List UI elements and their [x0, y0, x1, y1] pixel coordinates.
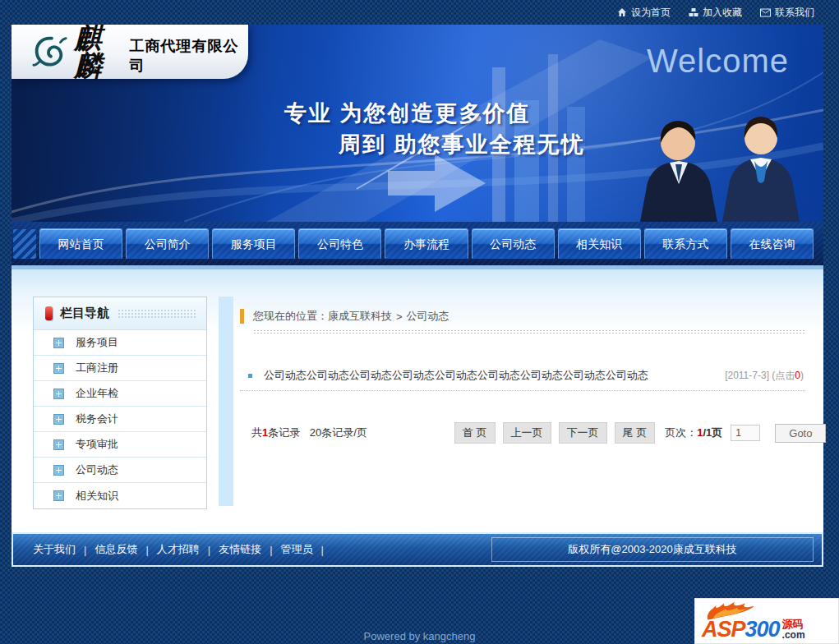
plus-icon [53, 389, 64, 399]
footer-link-about[interactable]: 关于我们 [33, 542, 76, 557]
news-dotted-divider [240, 390, 805, 391]
nav-stripe-decoration [13, 229, 36, 259]
nav-item-services[interactable]: 服务项目 [212, 228, 295, 260]
page-indicator: 页次：1/1页 [665, 426, 722, 440]
breadcrumb: 您现在的位置： 康成互联科技 > 公司动态 [240, 307, 805, 325]
breadcrumb-separator: > [396, 310, 403, 323]
page-container: 麒麟 工商代理有限公司 Welcome 专业 为您创造更多价值 周到 助您事业全… [12, 25, 823, 567]
sidebar-item-special-approval[interactable]: 专项审批 [34, 432, 206, 458]
copyright-text: 版权所有@2003-2020康成互联科技 [491, 537, 814, 562]
total-pages: /1页 [703, 426, 722, 439]
sidebar-dots-decoration [118, 309, 196, 318]
footer-link-recruitment[interactable]: 人才招聘 [157, 542, 200, 557]
main-navigation: 网站首页 公司简介 服务项目 公司特色 办事流程 公司动态 相关知识 联系方式 … [12, 222, 823, 265]
plus-icon [53, 490, 64, 501]
brand-name: 麒麟 [74, 25, 127, 80]
slogan-line-2: 周到 助您事业全程无忧 [339, 130, 585, 159]
goto-button[interactable]: Goto [775, 424, 826, 443]
add-favorite-link[interactable]: 加入收藏 [689, 6, 742, 20]
welcome-text: Welcome [647, 43, 789, 80]
top-utility-bar: 设为首页 加入收藏 联系我们 [0, 0, 839, 25]
news-clicks-close: ) [800, 370, 804, 381]
contact-us-link[interactable]: 联系我们 [760, 6, 814, 20]
sidebar-divider-strip [219, 297, 233, 506]
bullet-icon [248, 374, 252, 378]
next-page-button[interactable]: 下一页 [559, 422, 607, 444]
red-marker-icon [45, 306, 53, 320]
prev-page-button[interactable]: 上一页 [503, 422, 551, 444]
footer-link-friend-links[interactable]: 友情链接 [219, 542, 261, 557]
nav-item-knowledge[interactable]: 相关知识 [558, 228, 641, 260]
plus-icon [53, 465, 64, 476]
footer-bar: 关于我们 | 信息反馈 | 人才招聘 | 友情链接 | 管理员 | 版权所有@2… [12, 532, 823, 567]
sidebar-item-tax-accounting[interactable]: 税务会计 [34, 407, 206, 432]
asp300-logo-text: ASP300 源码 .com [702, 619, 805, 641]
content-area: 栏目导航 服务项目 工商注册 企业年检 税务会计 专项审批 [12, 269, 823, 532]
news-clicks-count: 0 [795, 370, 800, 381]
nav-item-process[interactable]: 办事流程 [385, 228, 468, 260]
record-summary: 共1条记录 20条记录/页 [251, 426, 367, 440]
sidebar-item-company-news[interactable]: 公司动态 [34, 458, 206, 483]
last-page-button[interactable]: 尾 页 [615, 422, 656, 444]
add-favorite-label: 加入收藏 [703, 6, 742, 20]
footer-link-feedback[interactable]: 信息反馈 [95, 542, 137, 557]
news-clicks-open: (点击 [772, 370, 795, 381]
footer-link-admin[interactable]: 管理员 [281, 542, 313, 557]
set-home-link[interactable]: 设为首页 [617, 6, 671, 20]
news-meta: [2011-7-3] (点击0) [725, 369, 804, 383]
favorites-icon [689, 7, 698, 17]
goto-page-input[interactable] [731, 425, 760, 441]
main-panel: 您现在的位置： 康成互联科技 > 公司动态 公司动态公司动态公司动态公司动态公司… [240, 269, 805, 444]
mail-icon [760, 8, 771, 17]
plus-icon [53, 363, 64, 374]
sidebar-item-services[interactable]: 服务项目 [34, 330, 206, 356]
first-page-button[interactable]: 首 页 [454, 422, 496, 444]
breadcrumb-site-link[interactable]: 康成互联科技 [328, 310, 392, 322]
sidebar-item-business-registration[interactable]: 工商注册 [34, 356, 206, 381]
footer-links: 关于我们 | 信息反馈 | 人才招聘 | 友情链接 | 管理员 | [33, 542, 324, 557]
header-banner: 麒麟 工商代理有限公司 Welcome 专业 为您创造更多价值 周到 助您事业全… [12, 25, 823, 222]
plus-icon [53, 414, 64, 425]
nav-item-home[interactable]: 网站首页 [39, 228, 122, 260]
orange-marker-icon [240, 309, 244, 324]
pagination-bar: 共1条记录 20条记录/页 首 页 上一页 下一页 尾 页 页次：1/1页 Go… [240, 422, 805, 444]
contact-us-label: 联系我们 [775, 6, 814, 20]
sidebar-header: 栏目导航 [34, 297, 206, 330]
breadcrumb-current-link[interactable]: 公司动态 [407, 310, 449, 322]
nav-item-online-consult[interactable]: 在线咨询 [731, 228, 814, 260]
sidebar: 栏目导航 服务项目 工商注册 企业年检 税务会计 专项审批 [33, 297, 207, 509]
sidebar-item-knowledge[interactable]: 相关知识 [34, 483, 206, 508]
nav-item-company-features[interactable]: 公司特色 [298, 228, 381, 260]
asp300-logo-badge[interactable]: ASP300 源码 .com [694, 598, 839, 644]
home-icon [617, 7, 627, 17]
plus-icon [53, 338, 64, 348]
news-title-link[interactable]: 公司动态公司动态公司动态公司动态公司动态公司动态公司动态公司动态公司动态 [264, 368, 725, 383]
brand-suffix: 工商代理有限公司 [130, 36, 248, 76]
breadcrumb-prefix: 您现在的位置： [253, 309, 328, 324]
news-date: [2011-7-3] [725, 370, 769, 381]
nav-item-contact[interactable]: 联系方式 [644, 228, 727, 260]
per-page-label: 20条记录/页 [310, 426, 367, 439]
nav-item-company-profile[interactable]: 公司简介 [126, 228, 209, 260]
set-home-label: 设为首页 [631, 6, 671, 20]
nav-item-company-news[interactable]: 公司动态 [472, 228, 555, 260]
qilin-logo-icon [31, 33, 69, 71]
business-people-photo [630, 76, 815, 222]
breadcrumb-dotted-divider [253, 329, 805, 335]
plus-icon [53, 439, 64, 450]
slogan-line-1: 专业 为您创造更多价值 [284, 99, 531, 128]
sidebar-item-annual-inspection[interactable]: 企业年检 [34, 381, 206, 407]
site-logo[interactable]: 麒麟 工商代理有限公司 [12, 25, 248, 79]
sidebar-title: 栏目导航 [60, 306, 109, 321]
news-list-item: 公司动态公司动态公司动态公司动态公司动态公司动态公司动态公司动态公司动态 [20… [240, 368, 805, 383]
